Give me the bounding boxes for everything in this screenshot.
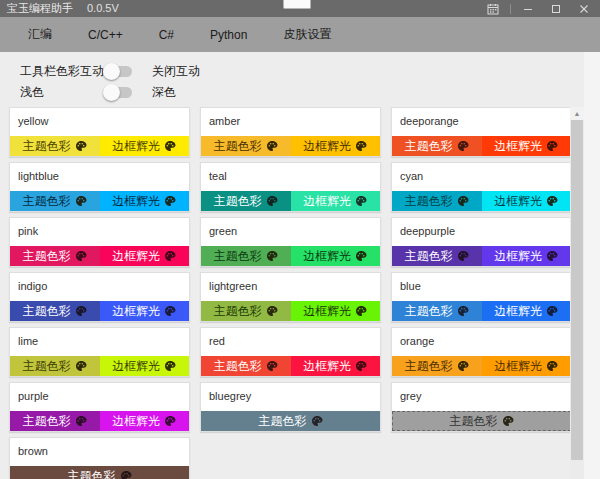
theme-color-button-teal[interactable]: 主题色彩	[201, 191, 291, 211]
theme-color-button-deeporange[interactable]: 主题色彩	[392, 136, 482, 156]
theme-color-button-lime[interactable]: 主题色彩	[10, 356, 100, 376]
card-button-row: 主题色彩边框辉光	[10, 356, 189, 376]
border-glow-button-cyan[interactable]: 边框辉光	[482, 191, 572, 211]
border-glow-button-orange[interactable]: 边框辉光	[482, 356, 572, 376]
theme-color-button-cyan[interactable]: 主题色彩	[392, 191, 482, 211]
palette-icon	[355, 195, 367, 207]
border-glow-label: 边框辉光	[494, 195, 542, 207]
palette-icon	[266, 360, 278, 372]
card-color-name: brown	[10, 438, 189, 466]
theme-color-button-brown[interactable]: 主题色彩	[10, 466, 189, 479]
menu-bar: 汇编C/C++C#Python皮肤设置	[0, 17, 600, 52]
toggle-switch-0[interactable]	[106, 66, 132, 77]
toggle-switch-1[interactable]	[106, 87, 132, 98]
vertical-scrollbar[interactable]: ▲	[570, 107, 584, 479]
palette-icon	[355, 360, 367, 372]
border-glow-label: 边框辉光	[303, 360, 351, 372]
border-glow-label: 边框辉光	[112, 195, 160, 207]
menu-item-0[interactable]: 汇编	[28, 26, 52, 43]
menu-item-4[interactable]: 皮肤设置	[283, 26, 331, 43]
theme-color-button-amber[interactable]: 主题色彩	[201, 136, 291, 156]
color-card-red: red主题色彩边框辉光	[200, 327, 381, 377]
theme-color-label: 主题色彩	[23, 250, 71, 262]
menu-item-2[interactable]: C#	[159, 28, 174, 42]
border-glow-button-red[interactable]: 边框辉光	[291, 356, 381, 376]
border-glow-button-deeporange[interactable]: 边框辉光	[482, 136, 572, 156]
card-color-name: purple	[10, 383, 189, 411]
toggle-panel: 工具栏色彩互动关闭互动浅色深色	[20, 61, 200, 103]
scrollbar-thumb[interactable]	[571, 120, 583, 460]
color-card-deeppurple: deeppurple主题色彩边框辉光	[391, 217, 572, 267]
border-glow-button-green[interactable]: 边框辉光	[291, 246, 381, 266]
theme-color-button-lightblue[interactable]: 主题色彩	[10, 191, 100, 211]
toggle-row-1: 浅色深色	[20, 82, 200, 103]
theme-color-label: 主题色彩	[214, 195, 262, 207]
palette-icon	[164, 415, 176, 427]
card-button-row: 主题色彩	[10, 466, 189, 479]
theme-color-button-pink[interactable]: 主题色彩	[10, 246, 100, 266]
border-glow-label: 边框辉光	[112, 360, 160, 372]
border-glow-button-blue[interactable]: 边框辉光	[482, 301, 572, 321]
border-glow-label: 边框辉光	[112, 305, 160, 317]
theme-color-button-deeppurple[interactable]: 主题色彩	[392, 246, 482, 266]
theme-color-button-purple[interactable]: 主题色彩	[10, 411, 100, 431]
palette-icon	[546, 140, 558, 152]
theme-color-button-red[interactable]: 主题色彩	[201, 356, 291, 376]
color-card-grid: yellow主题色彩边框辉光amber主题色彩边框辉光deeporange主题色…	[9, 107, 572, 479]
palette-icon	[457, 360, 469, 372]
card-color-name: indigo	[10, 273, 189, 301]
theme-color-button-grey[interactable]: 主题色彩	[392, 411, 571, 431]
card-button-row: 主题色彩边框辉光	[10, 191, 189, 211]
theme-color-button-blue[interactable]: 主题色彩	[392, 301, 482, 321]
card-color-name: pink	[10, 218, 189, 246]
palette-icon	[546, 305, 558, 317]
theme-color-button-lightgreen[interactable]: 主题色彩	[201, 301, 291, 321]
palette-icon	[164, 305, 176, 317]
border-glow-button-lightblue[interactable]: 边框辉光	[100, 191, 190, 211]
theme-color-label: 主题色彩	[214, 305, 262, 317]
menu-item-3[interactable]: Python	[210, 28, 247, 42]
theme-color-label: 主题色彩	[405, 250, 453, 262]
close-button[interactable]	[570, 0, 598, 17]
card-button-row: 主题色彩	[392, 411, 571, 431]
border-glow-label: 边框辉光	[112, 415, 160, 427]
palette-icon	[164, 195, 176, 207]
theme-color-button-orange[interactable]: 主题色彩	[392, 356, 482, 376]
border-glow-button-pink[interactable]: 边框辉光	[100, 246, 190, 266]
border-glow-button-lime[interactable]: 边框辉光	[100, 356, 190, 376]
border-glow-label: 边框辉光	[112, 250, 160, 262]
theme-color-button-green[interactable]: 主题色彩	[201, 246, 291, 266]
toggle-knob[interactable]	[103, 63, 120, 80]
border-glow-button-lightgreen[interactable]: 边框辉光	[291, 301, 381, 321]
color-card-orange: orange主题色彩边框辉光	[391, 327, 572, 377]
color-card-purple: purple主题色彩边框辉光	[9, 382, 190, 432]
toggle-label-right: 关闭互动	[152, 63, 200, 80]
minimize-button[interactable]	[514, 0, 542, 17]
menu-item-1[interactable]: C/C++	[88, 28, 123, 42]
border-glow-button-teal[interactable]: 边框辉光	[291, 191, 381, 211]
border-glow-button-indigo[interactable]: 边框辉光	[100, 301, 190, 321]
color-card-deeporange: deeporange主题色彩边框辉光	[391, 107, 572, 157]
palette-icon	[355, 140, 367, 152]
palette-icon	[75, 195, 87, 207]
calendar-icon[interactable]	[479, 0, 507, 17]
maximize-button[interactable]	[542, 0, 570, 17]
border-glow-button-purple[interactable]: 边框辉光	[100, 411, 190, 431]
scroll-up-arrow-icon[interactable]: ▲	[570, 107, 584, 120]
border-glow-button-yellow[interactable]: 边框辉光	[100, 136, 190, 156]
theme-color-button-yellow[interactable]: 主题色彩	[10, 136, 100, 156]
border-glow-button-deeppurple[interactable]: 边框辉光	[482, 246, 572, 266]
toggle-knob[interactable]	[103, 84, 120, 101]
theme-color-button-indigo[interactable]: 主题色彩	[10, 301, 100, 321]
theme-color-label: 主题色彩	[23, 360, 71, 372]
theme-color-button-bluegrey[interactable]: 主题色彩	[201, 411, 380, 431]
theme-color-label: 主题色彩	[23, 415, 71, 427]
palette-icon	[75, 140, 87, 152]
palette-icon	[457, 250, 469, 262]
color-card-lime: lime主题色彩边框辉光	[9, 327, 190, 377]
theme-color-label: 主题色彩	[405, 195, 453, 207]
theme-color-label: 主题色彩	[23, 305, 71, 317]
card-button-row: 主题色彩边框辉光	[392, 356, 571, 376]
border-glow-button-amber[interactable]: 边框辉光	[291, 136, 381, 156]
theme-color-label: 主题色彩	[23, 140, 71, 152]
